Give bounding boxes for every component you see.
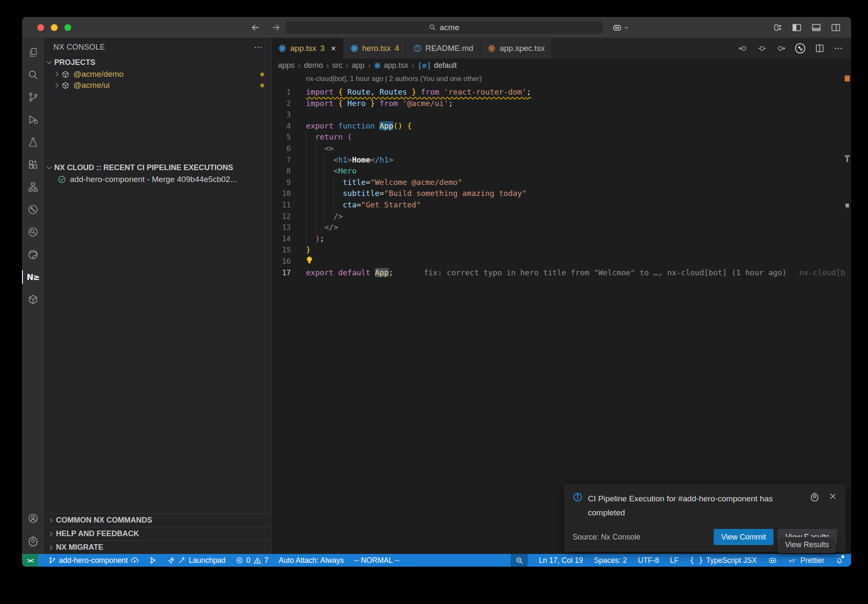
section-help-and-feedback[interactable]: HELP AND FEEDBACK <box>44 527 271 540</box>
view-commit-button[interactable]: View Commit <box>714 529 774 545</box>
more-actions-icon[interactable] <box>833 43 843 53</box>
command-center-search[interactable]: acme <box>285 20 604 35</box>
split-editor-icon[interactable] <box>815 43 825 53</box>
testing-icon[interactable] <box>24 134 42 150</box>
formatter-status-item[interactable]: Prettier <box>788 556 824 565</box>
source-control-icon[interactable] <box>24 89 42 105</box>
run-debug-icon[interactable] <box>24 112 42 128</box>
chevron-right-icon: › <box>346 61 348 70</box>
run-icon[interactable] <box>794 42 806 54</box>
close-icon[interactable] <box>829 492 837 520</box>
notifications-bell-icon[interactable] <box>835 556 843 565</box>
change-icon[interactable] <box>757 43 767 53</box>
code-line[interactable]: 13 </> <box>271 222 851 233</box>
code-line[interactable]: 16 <box>271 256 851 267</box>
code-line[interactable]: 15} <box>271 244 851 256</box>
zoom-indicator[interactable] <box>511 554 528 567</box>
prev-change-icon[interactable] <box>738 43 748 53</box>
code-line[interactable]: 4export function App() { <box>271 120 851 132</box>
tab-app-spec-tsx[interactable]: app.spec.tsx <box>481 38 552 59</box>
projects-section-header[interactable]: PROJECTS <box>44 56 271 69</box>
code-line[interactable]: 11 cta="Get Started" <box>271 199 851 211</box>
indentation-status-item[interactable]: Spaces: 2 <box>594 556 627 565</box>
chevron-right-icon: › <box>368 61 370 70</box>
next-change-icon[interactable] <box>776 43 786 53</box>
code-line[interactable]: 8 <Hero <box>271 165 851 177</box>
section-common-nx-commands[interactable]: COMMON NX COMMANDS <box>44 513 271 527</box>
remote-indicator[interactable]: >< <box>22 554 38 567</box>
toggle-secondary-sidebar-icon[interactable] <box>831 23 841 32</box>
copilot-icon[interactable] <box>612 22 622 33</box>
lightbulb-icon[interactable] <box>306 256 314 268</box>
close-tab-icon[interactable]: × <box>331 44 336 53</box>
customize-layout-icon[interactable] <box>773 23 782 32</box>
accounts-icon[interactable] <box>24 510 42 526</box>
branch-status-item[interactable]: add-hero-component <box>48 556 139 565</box>
code-line[interactable]: 14 ); <box>271 233 851 245</box>
wand-icon <box>178 556 186 564</box>
pipeline-execution-item[interactable]: add-hero-component - Merge 409b44e5cb02.… <box>44 174 271 185</box>
extensions-icon[interactable] <box>24 157 42 173</box>
code-line[interactable]: 9 title="Welcome @acme/demo" <box>271 177 851 188</box>
toggle-panel-icon[interactable] <box>811 23 821 32</box>
encoding-status-item[interactable]: UTF-8 <box>638 556 659 565</box>
code-line[interactable]: 3 <box>271 109 851 120</box>
modified-dot <box>260 84 264 87</box>
cursor-position-status-item[interactable]: Ln 17, Col 19 <box>539 556 583 565</box>
tab-app-tsx[interactable]: app.tsx 3 × <box>271 38 343 59</box>
hierarchy-icon[interactable] <box>24 179 42 195</box>
notification-message: CI Pipeline Execution for #add-hero-comp… <box>588 492 791 520</box>
code-line[interactable]: 6 <> <box>271 143 851 154</box>
vim-mode-status-item[interactable]: -- NORMAL -- <box>354 556 399 565</box>
code-area[interactable]: nx-cloud[bot], 1 hour ago | 2 authors (Y… <box>271 72 851 554</box>
notification-dot <box>841 555 844 558</box>
language-status-item[interactable]: { } TypeScript JSX <box>690 556 757 565</box>
maximize-window-button[interactable] <box>64 24 71 31</box>
forward-icon[interactable] <box>271 23 281 32</box>
toggle-sidebar-icon[interactable] <box>792 23 802 32</box>
edge-tools-icon[interactable] <box>24 246 42 263</box>
project-item-acme-ui[interactable]: @acme/ui <box>44 80 271 91</box>
section-nx-migrate[interactable]: NX MIGRATE <box>44 540 271 554</box>
package-icon[interactable] <box>24 291 42 308</box>
back-icon[interactable] <box>251 23 260 32</box>
tab-label: README.md <box>426 44 473 53</box>
editor: app.tsx 3 × hero.tsx 4 README.md app.spe… <box>271 38 851 554</box>
overview-mark-orange <box>845 76 850 81</box>
code-line[interactable]: 10 subtitle="Build something amazing tod… <box>271 188 851 199</box>
nx-graph-icon[interactable] <box>24 201 42 218</box>
code-lines: 1import { Route, Routes } from 'react-ro… <box>271 87 851 278</box>
pipeline-status-icon[interactable] <box>149 556 157 564</box>
code-line[interactable]: 7 <h1>Home</h1> <box>271 154 851 166</box>
launchpad-status-item[interactable]: Launchpad <box>167 556 225 565</box>
sidebar-more-actions-icon[interactable]: ⋯ <box>254 42 263 52</box>
search-value: acme <box>440 23 459 32</box>
chevron-right-icon <box>47 531 52 536</box>
copilot-status-icon[interactable] <box>768 556 777 565</box>
project-item-acme-demo[interactable]: @acme/demo <box>44 69 271 80</box>
settings-gear-icon[interactable] <box>24 533 42 549</box>
nx-console-icon[interactable]: N≥ <box>24 269 42 285</box>
close-window-button[interactable] <box>37 24 44 31</box>
chevron-down-icon[interactable] <box>624 25 629 30</box>
code-line[interactable]: 5 return ( <box>271 131 851 143</box>
nx-cloud-section-header[interactable]: NX CLOUD :: RECENT CI PIPELINE EXECUTION… <box>44 161 271 174</box>
modified-dot <box>260 73 264 76</box>
code-line[interactable]: 1import { Route, Routes } from 'react-ro… <box>271 87 851 98</box>
code-line[interactable]: 12 /> <box>271 211 851 222</box>
project-name: @acme/ui <box>73 81 110 90</box>
code-line[interactable]: 17export default App;fix: correct typo i… <box>271 267 851 279</box>
search-sidebar-icon[interactable] <box>24 67 42 83</box>
tab-readme-md[interactable]: README.md <box>406 38 481 59</box>
tab-hero-tsx[interactable]: hero.tsx 4 <box>343 38 406 59</box>
problems-status-item[interactable]: 0 7 <box>236 556 268 565</box>
explorer-icon[interactable] <box>24 44 42 60</box>
nx-inspect-icon[interactable] <box>24 224 42 240</box>
code-line[interactable]: 2import { Hero } from '@acme/ui'; <box>271 98 851 109</box>
gear-icon[interactable] <box>810 492 819 520</box>
auto-attach-status-item[interactable]: Auto Attach: Always <box>279 556 344 565</box>
minimize-window-button[interactable] <box>51 24 58 31</box>
sidebar-title: NX CONSOLE <box>53 43 105 52</box>
eol-status-item[interactable]: LF <box>670 556 679 565</box>
blame-header: nx-cloud[bot], 1 hour ago | 2 authors (Y… <box>271 72 851 87</box>
